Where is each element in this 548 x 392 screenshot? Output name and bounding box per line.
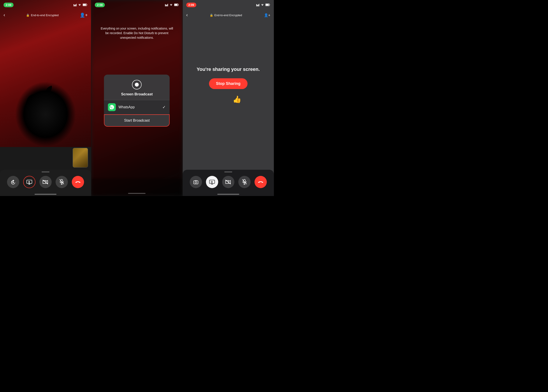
screen-share-icon <box>26 180 32 184</box>
status-bar-3: 2:09 <box>183 0 274 10</box>
svg-rect-22 <box>174 4 178 6</box>
camera-flip-button[interactable] <box>7 176 19 188</box>
svg-rect-20 <box>168 4 168 6</box>
svg-rect-35 <box>211 184 213 184</box>
status-bar-2: 2:08 <box>91 0 182 10</box>
camera-icon-3 <box>193 180 199 184</box>
drag-handle-1 <box>42 171 50 172</box>
add-participant-icon-3[interactable]: 👤+ <box>264 13 270 17</box>
record-circle-inner <box>135 83 139 87</box>
warning-message: Everything on your screen, including not… <box>101 27 173 39</box>
record-circle-outer <box>132 80 142 90</box>
svg-rect-25 <box>257 5 258 6</box>
whatsapp-app-row[interactable]: WhatsApp ✓ <box>104 100 170 114</box>
svg-rect-18 <box>166 5 167 6</box>
svg-rect-17 <box>165 4 166 6</box>
panel-3: 2:09 ‹ 🔒 End-to-end Encryp <box>183 0 274 196</box>
svg-rect-8 <box>12 180 14 181</box>
home-indicator-1 <box>35 194 57 195</box>
cellular-icon <box>73 3 77 6</box>
self-view-thumbnail <box>73 148 88 168</box>
selected-checkmark: ✓ <box>162 105 166 110</box>
nav-title-1: 🔒 End-to-end Encrypted <box>26 14 58 17</box>
modal-title: Screen Broadcast <box>108 92 165 97</box>
mic-off-button[interactable] <box>56 176 68 188</box>
panel-2: 2:08 Everything on your screen, includin… <box>91 0 183 196</box>
apple-logo <box>24 81 67 134</box>
svg-point-32 <box>195 182 197 183</box>
nav-bar-3: ‹ 🔒 End-to-end Encrypted 👤+ <box>183 10 274 21</box>
drag-handle-3 <box>224 171 232 172</box>
svg-rect-3 <box>76 4 77 6</box>
svg-rect-23 <box>178 4 179 5</box>
end-call-button[interactable] <box>72 176 84 188</box>
home-indicator-3 <box>217 194 239 195</box>
screen-share-icon-3 <box>209 180 215 184</box>
cellular-icon-2 <box>165 3 168 6</box>
lock-icon-3: 🔒 <box>210 14 213 17</box>
camera-flip-button-3[interactable] <box>190 176 202 188</box>
end-call-button-3[interactable] <box>255 176 267 188</box>
svg-rect-1 <box>74 5 75 6</box>
encrypted-label-1: End-to-end Encrypted <box>31 14 58 17</box>
battery-icon-2 <box>174 3 179 6</box>
sharing-text: You're sharing your screen. <box>197 67 260 72</box>
record-icon-wrap <box>132 80 142 90</box>
battery-icon <box>83 3 87 6</box>
add-participant-icon-1[interactable]: 👤+ <box>80 13 88 18</box>
nav-bar-1: ‹ 🔒 End-to-end Encrypted 👤+ <box>0 10 91 21</box>
time-display-2: 2:08 <box>95 3 105 7</box>
whatsapp-logo <box>109 105 114 110</box>
control-buttons-1 <box>7 176 84 188</box>
modal-header: Screen Broadcast <box>104 75 170 100</box>
video-off-button[interactable] <box>39 176 52 188</box>
wifi-icon-3 <box>261 3 264 6</box>
background-image <box>0 0 91 147</box>
start-broadcast-button[interactable]: Start Broadcast <box>104 114 170 127</box>
home-indicator-2 <box>128 193 146 194</box>
svg-rect-6 <box>87 4 87 5</box>
nav-title-3: 🔒 End-to-end Encrypted <box>210 14 242 17</box>
camera-flip-icon <box>10 180 16 184</box>
video-off-icon-3 <box>225 180 231 184</box>
broadcast-modal: Screen Broadcast WhatsApp ✓ Start Broadc… <box>104 75 170 127</box>
svg-rect-31 <box>194 181 198 184</box>
status-icons-3 <box>256 3 270 6</box>
end-call-icon <box>75 181 81 183</box>
encrypted-label-3: End-to-end Encrypted <box>214 14 242 17</box>
lock-icon-1: 🔒 <box>26 14 29 17</box>
wifi-icon-2 <box>169 3 173 6</box>
svg-rect-29 <box>266 4 269 6</box>
mic-off-button-3[interactable] <box>238 176 251 188</box>
wifi-icon <box>78 3 81 6</box>
svg-rect-5 <box>83 4 86 6</box>
thumbs-up-emoji: 👍 <box>233 95 241 104</box>
svg-rect-33 <box>195 180 197 181</box>
time-display-1: 2:08 <box>3 3 14 7</box>
svg-rect-24 <box>256 4 257 6</box>
sharing-area: You're sharing your screen. Stop Sharing… <box>183 0 274 170</box>
mic-off-icon <box>59 179 64 185</box>
screen-share-button[interactable] <box>23 176 36 188</box>
whatsapp-app-icon <box>108 103 116 111</box>
battery-icon-3 <box>265 3 270 6</box>
status-icons-1 <box>73 3 87 6</box>
status-icons-2 <box>165 3 179 6</box>
back-button-3[interactable]: ‹ <box>186 12 188 18</box>
broadcast-warning-text: Everything on your screen, including not… <box>91 26 182 40</box>
svg-rect-10 <box>28 184 30 184</box>
svg-rect-0 <box>73 4 74 6</box>
stop-sharing-button[interactable]: Stop Sharing <box>209 78 248 89</box>
screen-share-button-3[interactable] <box>206 176 218 188</box>
mic-off-icon-3 <box>242 179 247 185</box>
svg-rect-2 <box>75 4 76 6</box>
control-bar-1 <box>0 170 91 196</box>
cellular-icon-3 <box>256 3 259 6</box>
control-bar-3 <box>183 170 274 196</box>
svg-rect-26 <box>258 4 259 6</box>
control-buttons-3 <box>190 176 267 188</box>
back-button-1[interactable]: ‹ <box>3 12 5 18</box>
end-call-icon-3 <box>258 181 264 183</box>
whatsapp-label: WhatsApp <box>118 105 162 109</box>
video-off-button-3[interactable] <box>222 176 234 188</box>
